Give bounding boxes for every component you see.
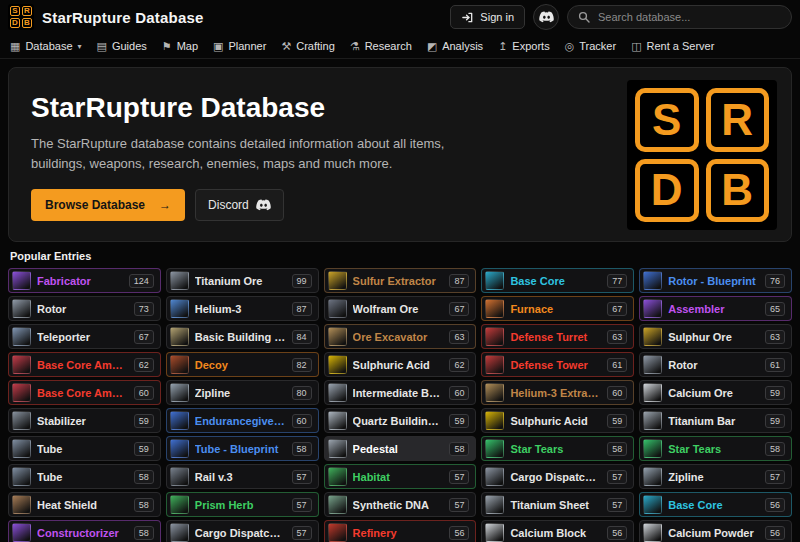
- entry-name: Tube: [37, 471, 128, 483]
- entry-tile[interactable]: Star Tears58: [639, 436, 792, 461]
- entry-tile[interactable]: Decoy82: [166, 352, 319, 377]
- entry-tile[interactable]: Fabricator124: [8, 268, 161, 293]
- entry-name: Base Core Amplifi...: [37, 387, 128, 399]
- item-icon: [170, 523, 189, 542]
- entry-tile[interactable]: Calcium Powder56: [639, 520, 792, 542]
- entry-tile[interactable]: Heat Shield58: [8, 492, 161, 517]
- entry-tile[interactable]: Basic Building M...84: [166, 324, 319, 349]
- entry-count-badge: 73: [134, 302, 154, 316]
- brand[interactable]: SRDB StarRupture Database: [8, 4, 204, 30]
- entry-tile[interactable]: Pedestal58: [324, 436, 477, 461]
- entry-tile[interactable]: Sulphuric Acid62: [324, 352, 477, 377]
- main-content: StarRupture Database The StarRupture dat…: [0, 67, 800, 542]
- entry-tile[interactable]: Defense Tower61: [481, 352, 634, 377]
- entry-tile[interactable]: Ore Excavator63: [324, 324, 477, 349]
- entry-tile[interactable]: Rail v.357: [166, 464, 319, 489]
- entry-tile[interactable]: Calcium Ore59: [639, 380, 792, 405]
- entry-tile[interactable]: Quartz Building M...59: [324, 408, 477, 433]
- entry-tile[interactable]: Constructorizer58: [8, 520, 161, 542]
- entry-tile[interactable]: Base Core Amplifi...60: [8, 380, 161, 405]
- nav-item-analysis[interactable]: ◩Analysis: [427, 40, 483, 52]
- item-icon: [170, 355, 189, 374]
- logo-letter: S: [10, 6, 20, 16]
- entry-tile[interactable]: Habitat57: [324, 464, 477, 489]
- item-icon: [328, 271, 347, 290]
- entry-tile[interactable]: Refinery56: [324, 520, 477, 542]
- nav-label: Tracker: [579, 40, 616, 52]
- sign-in-button[interactable]: Sign in: [450, 5, 525, 29]
- item-icon: [485, 523, 504, 542]
- entry-count-badge: 57: [449, 498, 469, 512]
- search-input[interactable]: [596, 10, 781, 24]
- entry-tile[interactable]: Wolfram Ore67: [324, 296, 477, 321]
- item-icon: [328, 383, 347, 402]
- entry-name: Calcium Powder: [668, 527, 759, 539]
- entry-name: Tube - Blueprint: [195, 443, 286, 455]
- entry-count-badge: 60: [449, 386, 469, 400]
- entry-tile[interactable]: Synthetic DNA57: [324, 492, 477, 517]
- entry-tile[interactable]: Stabilizer59: [8, 408, 161, 433]
- item-icon: [170, 271, 189, 290]
- entry-tile[interactable]: Prism Herb57: [166, 492, 319, 517]
- entry-tile[interactable]: Star Tears58: [481, 436, 634, 461]
- nav-label: Database: [25, 40, 72, 52]
- nav-item-database[interactable]: ▦Database▾: [10, 40, 82, 52]
- entry-tile[interactable]: Titanium Sheet57: [481, 492, 634, 517]
- entry-tile[interactable]: Zipline80: [166, 380, 319, 405]
- entry-name: Sulphuric Acid: [510, 415, 601, 427]
- entry-tile[interactable]: Sulphuric Acid59: [481, 408, 634, 433]
- item-icon: [170, 439, 189, 458]
- entry-tile[interactable]: Tube59: [8, 436, 161, 461]
- entry-tile[interactable]: Base Core Amplifi...62: [8, 352, 161, 377]
- entry-tile[interactable]: Sulfur Extractor87: [324, 268, 477, 293]
- nav-item-guides[interactable]: ▤Guides: [97, 40, 147, 52]
- nav-item-map[interactable]: ⚑Map: [162, 40, 198, 52]
- entry-tile[interactable]: Calcium Block56: [481, 520, 634, 542]
- entry-tile[interactable]: Cargo Dispatcher57: [166, 520, 319, 542]
- nav-item-exports[interactable]: ↥Exports: [498, 40, 550, 52]
- entry-tile[interactable]: Rotor - Blueprint76: [639, 268, 792, 293]
- entry-tile[interactable]: Teleporter67: [8, 324, 161, 349]
- nav-item-crafting[interactable]: ⚒Crafting: [281, 40, 334, 52]
- item-icon: [485, 327, 504, 346]
- entry-tile[interactable]: Zipline57: [639, 464, 792, 489]
- browse-database-button[interactable]: Browse Database →: [31, 189, 185, 221]
- entry-tile[interactable]: Cargo Dispatcher57: [481, 464, 634, 489]
- discord-link-button[interactable]: Discord: [195, 189, 284, 221]
- crafting-icon: ⚒: [281, 41, 291, 52]
- discord-button[interactable]: [533, 4, 559, 30]
- entry-tile[interactable]: Helium-3 Extractor60: [481, 380, 634, 405]
- entry-tile[interactable]: Sulphur Ore63: [639, 324, 792, 349]
- entry-tile[interactable]: Intermediate Buil...60: [324, 380, 477, 405]
- entry-tile[interactable]: Furnace67: [481, 296, 634, 321]
- nav-item-planner[interactable]: ▣Planner: [213, 40, 266, 52]
- entry-tile[interactable]: Tube58: [8, 464, 161, 489]
- nav-label: Planner: [228, 40, 266, 52]
- entry-tile[interactable]: Rotor73: [8, 296, 161, 321]
- entry-tile[interactable]: Base Core56: [639, 492, 792, 517]
- nav-item-tracker[interactable]: ◎Tracker: [565, 40, 616, 52]
- tracker-icon: ◎: [565, 41, 575, 52]
- entry-count-badge: 67: [607, 302, 627, 316]
- entry-tile[interactable]: Base Core77: [481, 268, 634, 293]
- item-icon: [643, 355, 662, 374]
- entry-tile[interactable]: Endurancegiver L...60: [166, 408, 319, 433]
- entry-tile[interactable]: Helium-387: [166, 296, 319, 321]
- item-icon: [328, 523, 347, 542]
- nav-item-research[interactable]: ⚗Research: [350, 40, 412, 52]
- entry-name: Basic Building M...: [195, 331, 286, 343]
- item-icon: [12, 495, 31, 514]
- entry-tile[interactable]: Assembler65: [639, 296, 792, 321]
- entry-name: Decoy: [195, 359, 286, 371]
- popular-entries-heading: Popular Entries: [10, 250, 790, 262]
- entry-tile[interactable]: Titanium Ore99: [166, 268, 319, 293]
- entry-tile[interactable]: Rotor61: [639, 352, 792, 377]
- entry-tile[interactable]: Tube - Blueprint58: [166, 436, 319, 461]
- entry-count-badge: 59: [134, 442, 154, 456]
- site-logo: SRDB: [8, 4, 34, 30]
- nav-label: Rent a Server: [647, 40, 715, 52]
- entry-tile[interactable]: Defense Turret63: [481, 324, 634, 349]
- entry-tile[interactable]: Titanium Bar59: [639, 408, 792, 433]
- entry-count-badge: 58: [134, 470, 154, 484]
- nav-item-rent-a-server[interactable]: ◫Rent a Server: [631, 40, 714, 52]
